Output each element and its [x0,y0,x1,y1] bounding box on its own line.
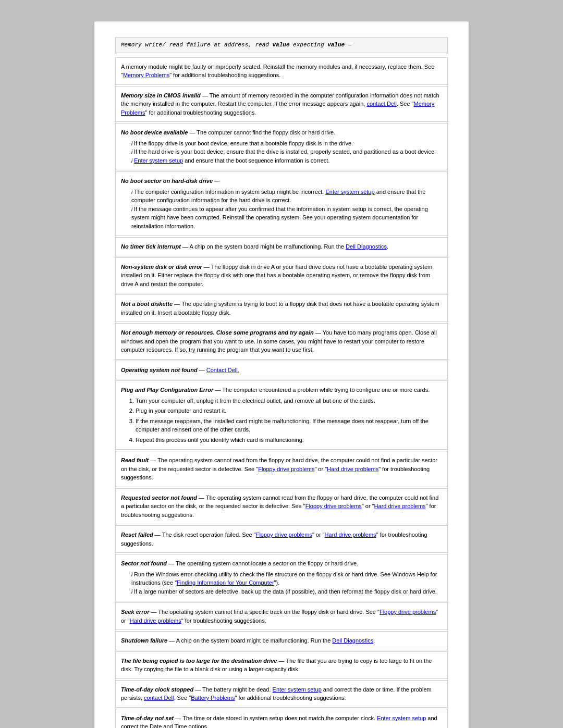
enter-system-setup-link1[interactable]: Enter system setup [134,157,183,164]
memory-size-cmos-text: Memory size in CMOS invalid — The amount… [121,91,442,117]
finding-info-link[interactable]: Finding Information for Your Computer [177,579,274,586]
no-timer-tick-text: No timer tick interrupt — A chip on the … [121,242,442,251]
enter-system-setup-link2[interactable]: Enter system setup [325,189,374,195]
plug-and-play-text: Plug and Play Configuration Error — The … [121,386,442,394]
no-timer-tick-section: No timer tick interrupt — A chip on the … [115,237,448,256]
seek-error-text: Seek error — The operating system cannot… [121,608,442,625]
floppy-drive-problems-link3[interactable]: Floppy drive problems [256,532,312,538]
shutdown-failure-text: Shutdown failure — A chip on the system … [121,636,442,645]
plug-and-play-item2: Plug in your computer and restart it. [136,406,442,415]
plug-and-play-item3: If the message reappears, the installed … [136,417,442,434]
hard-drive-problems-link4[interactable]: Hard drive problems [130,618,181,624]
memory-module-faulty-section: A memory module might be faulty or impro… [115,57,448,85]
sector-not-found-list: Run the Windows error-checking utility t… [121,570,442,596]
memory-write-read-header: Memory write/ read failure at address, r… [115,37,448,53]
time-of-day-clock-section: Time-of-day clock stopped — The battery … [115,680,448,708]
floppy-drive-problems-link4[interactable]: Floppy drive problems [380,609,436,615]
not-enough-memory-section: Not enough memory or resources. Close so… [115,323,448,360]
plug-and-play-section: Plug and Play Configuration Error — The … [115,380,448,450]
no-boot-sector-header: No boot sector on hard-disk drive — [121,177,442,186]
not-enough-memory-text: Not enough memory or resources. Close so… [121,328,442,354]
memory-problems-link1[interactable]: Memory Problems [123,72,169,78]
read-fault-section: Read fault — The operating system cannot… [115,451,448,487]
enter-system-setup-link3[interactable]: Enter system setup [273,686,322,693]
memory-module-faulty-text: A memory module might be faulty or impro… [121,63,442,80]
sector-not-found-item1: Run the Windows error-checking utility t… [131,570,442,587]
requested-sector-section: Requested sector not found — The operati… [115,488,448,525]
seek-error-section: Seek error — The operating system cannot… [115,602,448,630]
operating-system-not-found-text: Operating system not found — Contact Del… [121,366,442,375]
dell-diagnostics-link1[interactable]: Dell Diagnostics [346,243,387,250]
contact-dell-link1[interactable]: contact Dell [366,101,396,107]
sector-not-found-text: Sector not found — The operating system … [121,559,442,568]
plug-and-play-item1: Turn your computer off, unplug it from t… [136,397,442,405]
no-boot-device-section: No boot device available — The computer … [115,123,448,170]
file-too-large-section: The file being copied is too large for t… [115,651,448,679]
memory-size-cmos-section: Memory size in CMOS invalid — The amount… [115,86,448,122]
operating-system-not-found-section: Operating system not found — Contact Del… [115,361,448,380]
reset-failed-text: Reset failed — The disk reset operation … [121,530,442,548]
battery-problems-link[interactable]: Battery Problems [191,695,235,701]
dell-diagnostics-link2[interactable]: Dell Diagnostics [332,637,373,644]
no-boot-sector-list: The computer configuration information i… [121,188,442,231]
file-too-large-text: The file being copied is too large for t… [121,657,442,674]
contact-dell-link3[interactable]: contact Dell [144,695,174,701]
hard-drive-problems-link1[interactable]: Hard drive problems [327,466,378,472]
not-boot-diskette-section: Not a boot diskette — The operating syst… [115,294,448,322]
time-of-day-not-set-section: Time-of-day not set — The time or date s… [115,709,448,729]
no-boot-sector-section: No boot sector on hard-disk drive — The … [115,171,448,236]
main-page: Memory write/ read failure at address, r… [94,21,469,728]
no-boot-sector-item2: If the message continues to appear after… [131,205,442,231]
time-of-day-clock-text: Time-of-day clock stopped — The battery … [121,685,442,702]
no-boot-sector-item1: The computer configuration information i… [131,188,442,205]
reset-failed-section: Reset failed — The disk reset operation … [115,525,448,553]
no-boot-device-item3: Enter system setup and ensure that the b… [131,156,442,165]
contact-dell-link2[interactable]: Contact Dell. [206,367,239,373]
shutdown-failure-section: Shutdown failure — A chip on the system … [115,631,448,650]
time-of-day-not-set-text: Time-of-day not set — The time or date s… [121,714,442,729]
read-fault-text: Read fault — The operating system cannot… [121,456,442,482]
floppy-drive-problems-link2[interactable]: Floppy drive problems [305,503,362,509]
plug-and-play-item4: Repeat this process until you identify w… [136,436,442,445]
hard-drive-problems-link2[interactable]: Hard drive problems [374,503,426,509]
sector-not-found-section: Sector not found — The operating system … [115,554,448,601]
plug-and-play-list: Turn your computer off, unplug it from t… [121,397,442,445]
sector-not-found-item2: If a large number of sectors are defecti… [131,587,442,596]
not-boot-diskette-text: Not a boot diskette — The operating syst… [121,300,442,317]
no-boot-device-item1: If the floppy drive is your boot device,… [131,139,442,148]
non-system-disk-text: Non-system disk or disk error — The flop… [121,263,442,289]
enter-system-setup-link4[interactable]: Enter system setup [377,715,426,721]
floppy-drive-problems-link1[interactable]: Floppy drive problems [258,466,314,472]
no-boot-device-item2: If the hard drive is your boot device, e… [131,147,442,156]
requested-sector-text: Requested sector not found — The operati… [121,493,442,520]
no-boot-device-text: No boot device available — The computer … [121,128,442,137]
non-system-disk-section: Non-system disk or disk error — The flop… [115,257,448,294]
no-boot-device-list: If the floppy drive is your boot device,… [121,139,442,165]
hard-drive-problems-link3[interactable]: Hard drive problems [325,532,376,538]
